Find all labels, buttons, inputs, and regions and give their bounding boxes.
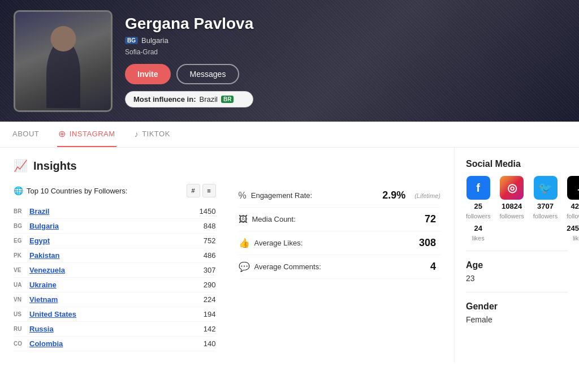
facebook-followers-count: 25 [474,202,482,210]
metric-row: 👍 Average Likes: 308 [239,231,441,255]
main-content: 📈 Insights 🌐 Top 10 Countries by Followe… [0,148,579,363]
divider-2 [466,292,568,292]
messages-button[interactable]: Messages [176,64,240,84]
country-flag: BG [125,37,138,44]
insights-title: Insights [33,160,77,173]
tiktok-icon: ♪ [135,130,139,139]
countries-title-label: Top 10 Countries by Followers: [27,187,127,195]
tiktok-platform-icon[interactable]: ♪ [567,176,579,200]
tiktok-followers-label: followers [567,213,579,219]
tab-instagram-label: INSTAGRAM [70,130,115,138]
country-row: VN Vietnam 224 [14,292,216,307]
country-name[interactable]: Colombia [29,339,200,348]
tab-about-label: ABOUT [12,130,39,138]
country-value: 1450 [200,207,216,216]
country-row: CO Colombia 140 [14,337,216,351]
facebook-likes-label: likes [472,235,485,242]
age-label: Age [466,260,568,270]
social-item-twitter: 🐦 3707 followers [533,176,558,242]
country-name[interactable]: Pakistan [29,251,200,260]
metric-icon: % [239,191,247,201]
metric-value: 2.9% [382,189,405,201]
tiktok-likes-label: likes [573,235,579,242]
country-name[interactable]: Bulgaria [29,222,200,230]
metric-label: Average Comments: [254,262,426,271]
countries-title: 🌐 Top 10 Countries by Followers: # ≡ [14,184,216,197]
country-code: VN [14,296,26,303]
left-panel: 📈 Insights 🌐 Top 10 Countries by Followe… [0,148,455,363]
list-view-btn[interactable]: # [187,184,200,197]
metric-row: 💬 Average Comments: 4 [239,255,441,279]
country-name[interactable]: Brazil [29,207,196,216]
profile-city: Sofia-Grad [125,48,253,56]
country-code: BG [14,223,26,229]
profile-buttons: Invite Messages [125,64,253,84]
country-name[interactable]: United States [29,310,200,318]
country-value: 752 [204,236,216,245]
country-value: 848 [204,222,216,230]
twitter-icon[interactable]: 🐦 [534,176,558,200]
social-media-title: Social Media [466,159,568,169]
country-name[interactable]: Vietnam [29,295,200,304]
countries-section: 🌐 Top 10 Countries by Followers: # ≡ BR … [14,184,216,351]
profile-name: Gergana Pavlova [125,15,253,33]
country-name[interactable]: Egypt [29,236,200,245]
facebook-icon[interactable]: f [466,176,490,200]
metric-label: Engagement Rate: [251,191,378,200]
section-row: 🌐 Top 10 Countries by Followers: # ≡ BR … [14,184,440,351]
chart-view-btn[interactable]: ≡ [202,184,216,197]
tabs-bar: ABOUT ⊕ INSTAGRAM ♪ TIKTOK [0,122,579,148]
country-code: US [14,311,26,317]
most-influence-flag: BR [221,96,234,103]
twitter-followers-count: 3707 [537,202,554,210]
country-row: PK Pakistan 486 [14,248,216,263]
gender-value: Female [466,315,568,324]
tiktok-followers-count: 4252 [571,202,579,210]
profile-header: Gergana Pavlova BG Bulgaria Sofia-Grad I… [0,0,579,122]
avatar-image [15,12,111,110]
country-name[interactable]: Ukraine [29,281,200,289]
metric-value: 308 [419,237,436,249]
tab-tiktok[interactable]: ♪ TIKTOK [133,123,171,147]
country-row: BG Bulgaria 848 [14,219,216,234]
country-value: 290 [204,281,216,289]
countries-list: BR Brazil 1450 BG Bulgaria 848 EG Egypt … [14,204,216,351]
metric-sub: (Lifetime) [414,192,440,199]
age-value: 23 [466,274,568,283]
country-name[interactable]: Venezuela [29,266,200,274]
invite-button[interactable]: Invite [125,64,171,84]
header-content: Gergana Pavlova BG Bulgaria Sofia-Grad I… [0,0,579,122]
instagram-icon: ⊕ [58,128,66,139]
countries-title-text: 🌐 Top 10 Countries by Followers: [14,186,127,195]
profile-info: Gergana Pavlova BG Bulgaria Sofia-Grad I… [125,10,253,107]
tiktok-likes-count: 245709 [567,224,579,232]
most-influence-label: Most influence in: [133,95,196,104]
country-code: RU [14,326,26,332]
metric-icon: 💬 [239,261,250,272]
gender-label: Gender [466,301,568,312]
view-toggle: # ≡ [187,184,216,197]
country-name[interactable]: Russia [29,325,200,333]
metric-icon: 👍 [239,238,250,248]
country-code: CO [14,341,26,347]
country-code: PK [14,252,26,259]
country-code: UA [14,282,26,288]
tab-about[interactable]: ABOUT [11,123,40,146]
metrics-list: % Engagement Rate: 2.9% (Lifetime) 🖼 Med… [239,184,441,279]
country-value: 307 [204,266,216,274]
globe-icon: 🌐 [14,186,23,195]
country-row: BR Brazil 1450 [14,204,216,219]
country-row: US United States 194 [14,307,216,322]
metric-row: 🖼 Media Count: 72 [239,208,441,231]
instagram-platform-icon[interactable]: ◎ [500,176,524,200]
social-item-instagram: ◎ 10824 followers [499,176,524,242]
right-panel: Social Media f 25 followers 24 likes ◎ 1… [455,148,579,363]
country-row: EG Egypt 752 [14,234,216,248]
metric-value: 4 [430,261,436,273]
tab-instagram[interactable]: ⊕ INSTAGRAM [57,122,116,147]
metrics-section: % Engagement Rate: 2.9% (Lifetime) 🖼 Med… [239,184,441,279]
insights-icon: 📈 [14,159,28,173]
social-item-facebook: f 25 followers 24 likes [466,176,490,242]
most-influence-badge: Most influence in: Brazil BR [125,91,253,107]
metric-row: % Engagement Rate: 2.9% (Lifetime) [239,184,441,208]
